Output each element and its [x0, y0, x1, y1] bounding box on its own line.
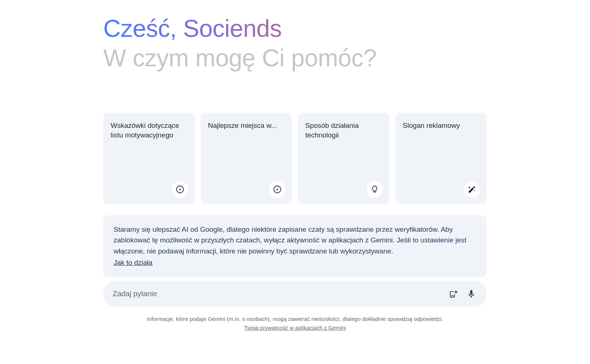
main-container: Cześć, Sociends W czym mogę Ci pomóc? Ws… [96, 0, 494, 332]
prompt-input[interactable] [113, 290, 442, 298]
compass-icon [269, 181, 285, 197]
card-title: Najlepsze miejsca w... [208, 121, 285, 131]
suggestion-card-best-places[interactable]: Najlepsze miejsca w... [201, 113, 292, 204]
suggestion-cards-row: Wskazówki dotyczące listu motywacyjnego … [103, 113, 487, 204]
notice-how-it-works-link[interactable]: Jak to działa [114, 257, 153, 268]
suggestion-card-technology[interactable]: Sposób działania technologii [298, 113, 389, 204]
footer: Informacje, które podaje Gemini (m.in. o… [103, 315, 487, 332]
suggestion-card-slogan[interactable]: Slogan reklamowy [395, 113, 487, 204]
card-title: Wskazówki dotyczące listu motywacyjnego [111, 121, 187, 140]
upload-image-icon[interactable] [448, 288, 459, 300]
suggestion-card-cover-letter[interactable]: Wskazówki dotyczące listu motywacyjnego [103, 113, 195, 204]
header-block: Cześć, Sociends W czym mogę Ci pomóc? [103, 15, 487, 72]
card-title: Sposób działania technologii [305, 121, 382, 140]
footer-disclaimer: Informacje, które podaje Gemini (m.in. o… [103, 315, 487, 323]
microphone-icon[interactable] [465, 288, 477, 300]
subtitle-text: W czym mogę Ci pomóc? [103, 44, 487, 72]
prompt-input-bar[interactable] [103, 281, 487, 307]
greeting-text: Cześć, Sociends [103, 15, 487, 43]
lightbulb-icon [367, 181, 383, 197]
notice-text: Staramy się ulepszać AI od Google, dlate… [114, 225, 466, 255]
privacy-notice: Staramy się ulepszać AI od Google, dlate… [103, 215, 487, 277]
compass-icon [172, 181, 188, 197]
pencil-icon [464, 181, 480, 197]
card-title: Slogan reklamowy [403, 121, 479, 131]
footer-privacy-link[interactable]: Twoja prywatność w aplikacjach z Gemini [244, 325, 346, 331]
